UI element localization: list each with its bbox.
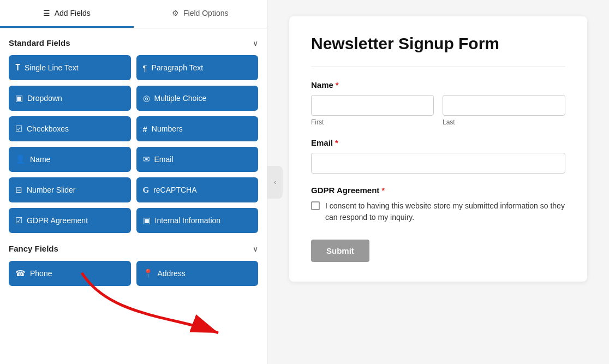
form-card: Newsletter Signup Form Name * First Last [289, 16, 587, 282]
field-btn-gdpr-agreement[interactable]: ☑ GDPR Agreement [9, 208, 131, 233]
dropdown-label: Dropdown [27, 94, 62, 103]
standard-fields-title: Standard Fields [9, 38, 70, 47]
gdpr-field-label: GDPR Agreement * [311, 186, 565, 195]
gdpr-row: I consent to having this website store m… [311, 200, 565, 223]
gdpr-agreement-icon: ☑ [15, 216, 22, 225]
tab-field-options[interactable]: ⚙ Field Options [134, 0, 267, 28]
name-inputs-row: First Last [311, 95, 565, 126]
submit-button[interactable]: Submit [311, 240, 369, 262]
email-required-star: * [335, 138, 338, 147]
checkboxes-label: Checkboxes [27, 124, 69, 133]
tab-add-fields-label: Add Fields [55, 9, 91, 17]
email-label: Email [154, 155, 174, 164]
internal-information-label: Internal Information [155, 216, 221, 225]
first-name-col: First [311, 95, 434, 126]
gdpr-required-star: * [381, 186, 385, 195]
name-field-label: Name * [311, 80, 565, 89]
phone-label: Phone [30, 269, 52, 278]
tab-field-options-label: Field Options [183, 9, 228, 17]
field-btn-email[interactable]: ✉ Email [136, 147, 259, 172]
address-label: Address [158, 269, 186, 278]
field-btn-recaptcha[interactable]: G reCAPTCHA [136, 177, 259, 202]
address-icon: 📍 [143, 268, 153, 278]
recaptcha-label: reCAPTCHA [153, 186, 196, 194]
email-input[interactable] [311, 153, 565, 174]
first-name-input[interactable] [311, 95, 434, 116]
checkboxes-icon: ☑ [15, 124, 22, 134]
multiple-choice-label: Multiple Choice [154, 94, 207, 103]
numbers-icon: # [143, 124, 147, 134]
collapse-icon: ‹ [274, 178, 276, 186]
number-slider-label: Number Slider [27, 186, 75, 194]
tab-bar: ☰ Add Fields ⚙ Field Options [0, 0, 267, 28]
paragraph-text-icon: ¶ [143, 63, 147, 73]
gdpr-label-text: GDPR Agreement [311, 186, 379, 195]
last-name-input[interactable] [443, 95, 565, 116]
last-name-col: Last [443, 95, 565, 126]
name-label: Name [30, 155, 50, 164]
form-divider [311, 67, 565, 67]
single-line-text-label: Single Line Text [25, 63, 79, 72]
name-required-star: * [336, 80, 339, 89]
name-label-text: Name [311, 80, 333, 89]
fields-panel: Standard Fields ∨ T Single Line Text ¶ P… [0, 28, 267, 364]
tab-add-fields[interactable]: ☰ Add Fields [0, 0, 134, 28]
collapse-handle[interactable]: ‹ [267, 166, 283, 199]
dropdown-icon: ▣ [15, 93, 23, 103]
fancy-fields-title: Fancy Fields [9, 244, 58, 253]
add-fields-icon: ☰ [43, 9, 50, 17]
email-field: Email * [311, 138, 565, 174]
paragraph-text-label: Paragraph Text [152, 63, 204, 72]
right-panel: Newsletter Signup Form Name * First Last [267, 0, 609, 364]
standard-fields-chevron[interactable]: ∨ [253, 39, 258, 47]
gdpr-agreement-label: GDPR Agreement [27, 216, 88, 225]
field-btn-dropdown[interactable]: ▣ Dropdown [9, 86, 131, 111]
email-label-text: Email [311, 138, 333, 147]
email-icon: ✉ [143, 154, 150, 164]
numbers-label: Numbers [152, 124, 183, 133]
gdpr-field: GDPR Agreement * I consent to having thi… [311, 186, 565, 223]
field-btn-phone[interactable]: ☎ Phone [9, 261, 131, 286]
field-btn-address[interactable]: 📍 Address [136, 261, 259, 286]
field-btn-paragraph-text[interactable]: ¶ Paragraph Text [136, 55, 259, 80]
field-btn-numbers[interactable]: # Numbers [136, 116, 259, 141]
phone-icon: ☎ [15, 268, 26, 278]
field-btn-number-slider[interactable]: ⊟ Number Slider [9, 177, 131, 202]
last-name-sub-label: Last [443, 118, 565, 126]
number-slider-icon: ⊟ [15, 185, 22, 195]
fancy-fields-grid: ☎ Phone 📍 Address [9, 261, 258, 286]
name-icon: 👤 [15, 154, 26, 164]
gdpr-consent-text: I consent to having this website store m… [325, 200, 565, 223]
form-title: Newsletter Signup Form [311, 34, 565, 53]
first-name-sub-label: First [311, 118, 434, 126]
field-btn-internal-information[interactable]: ▣ Internal Information [136, 208, 259, 233]
field-btn-name[interactable]: 👤 Name [9, 147, 131, 172]
standard-fields-grid: T Single Line Text ¶ Paragraph Text ▣ Dr… [9, 55, 258, 233]
field-btn-multiple-choice[interactable]: ◎ Multiple Choice [136, 86, 259, 111]
multiple-choice-icon: ◎ [143, 93, 150, 103]
field-btn-single-line-text[interactable]: T Single Line Text [9, 55, 131, 80]
name-field: Name * First Last [311, 80, 565, 126]
internal-information-icon: ▣ [143, 216, 151, 225]
email-field-label: Email * [311, 138, 565, 147]
fancy-fields-header: Fancy Fields ∨ [9, 244, 258, 253]
single-line-text-icon: T [15, 63, 20, 73]
gdpr-checkbox[interactable] [311, 201, 320, 210]
standard-fields-header: Standard Fields ∨ [9, 38, 258, 47]
field-btn-checkboxes[interactable]: ☑ Checkboxes [9, 116, 131, 141]
recaptcha-icon: G [143, 186, 150, 195]
left-panel: ☰ Add Fields ⚙ Field Options Standard Fi… [0, 0, 267, 364]
fancy-fields-chevron[interactable]: ∨ [253, 244, 258, 253]
field-options-icon: ⚙ [172, 9, 179, 17]
